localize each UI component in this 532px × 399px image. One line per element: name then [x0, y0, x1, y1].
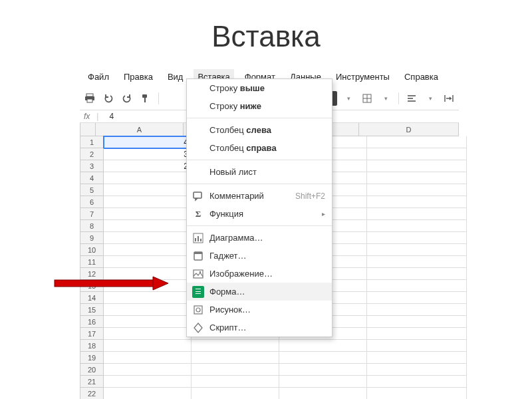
cell[interactable] [104, 280, 192, 292]
row-header[interactable]: 19 [80, 352, 104, 364]
row-header[interactable]: 1 [80, 136, 104, 148]
row-header[interactable]: 11 [80, 256, 104, 268]
wrap-icon[interactable] [442, 91, 456, 106]
paint-format-icon[interactable] [138, 91, 153, 106]
cell[interactable] [104, 196, 192, 208]
row-header[interactable]: 16 [80, 316, 104, 328]
cell[interactable] [367, 340, 467, 352]
cell[interactable] [192, 388, 279, 399]
select-all-cell[interactable] [80, 123, 96, 136]
cell[interactable] [367, 196, 467, 208]
cell[interactable] [367, 256, 467, 268]
cell[interactable] [367, 292, 467, 304]
insert-new-sheet[interactable]: Новый лист [187, 163, 332, 181]
cell[interactable] [367, 316, 467, 328]
cell[interactable] [104, 232, 192, 244]
dropdown-caret-icon[interactable]: ▾ [378, 91, 393, 106]
cell[interactable] [367, 220, 467, 232]
cell[interactable] [279, 340, 367, 352]
align-icon[interactable] [404, 91, 419, 106]
insert-gadget[interactable]: Гаджет… [187, 247, 332, 265]
row-header[interactable]: 7 [80, 208, 104, 220]
formula-input[interactable]: 4 [105, 112, 114, 121]
cell[interactable] [104, 268, 192, 280]
cell[interactable] [104, 328, 192, 340]
cell[interactable] [367, 172, 467, 184]
cell[interactable] [279, 352, 367, 364]
cell[interactable] [104, 208, 192, 220]
menu-tools[interactable]: Инструменты [332, 69, 394, 84]
insert-image[interactable]: Изображение… [187, 265, 332, 283]
cell[interactable] [367, 388, 467, 399]
cell[interactable] [367, 304, 467, 316]
cell[interactable] [367, 352, 467, 364]
insert-form[interactable]: ☰ Форма… [187, 283, 332, 301]
cell[interactable] [104, 256, 192, 268]
cell[interactable] [192, 352, 279, 364]
cell[interactable] [367, 148, 467, 160]
cell[interactable] [367, 280, 467, 292]
cell[interactable] [367, 364, 467, 376]
cell[interactable] [104, 184, 192, 196]
col-header-D[interactable]: D [359, 123, 459, 136]
insert-script[interactable]: Скрипт… [187, 319, 332, 336]
cell[interactable]: 2 [104, 160, 192, 172]
cell[interactable] [104, 292, 192, 304]
cell[interactable] [279, 364, 367, 376]
row-header[interactable]: 13 [80, 280, 104, 292]
cell[interactable] [104, 364, 192, 376]
cell[interactable] [192, 364, 279, 376]
insert-comment[interactable]: Комментарий Shift+F2 [187, 187, 332, 205]
cell[interactable] [279, 388, 367, 399]
cell[interactable]: 3 [104, 148, 192, 160]
row-header[interactable]: 14 [80, 292, 104, 304]
cell[interactable]: 4 [104, 136, 192, 148]
redo-icon[interactable] [120, 91, 134, 106]
insert-function[interactable]: Σ Функция ▸ [187, 205, 332, 223]
cell[interactable] [104, 220, 192, 232]
row-header[interactable]: 2 [80, 148, 104, 160]
cell[interactable] [104, 388, 192, 399]
cell[interactable] [367, 136, 467, 148]
cell[interactable] [367, 376, 467, 388]
insert-row-below[interactable]: Строку ниже [187, 97, 332, 115]
row-header[interactable]: 21 [80, 376, 104, 388]
cell[interactable] [104, 340, 192, 352]
menu-file[interactable]: Файл [84, 69, 113, 84]
menu-view[interactable]: Вид [164, 69, 188, 84]
cell[interactable] [367, 232, 467, 244]
cell[interactable] [104, 304, 192, 316]
dropdown-caret-icon[interactable]: ▾ [341, 91, 356, 106]
insert-row-above[interactable]: Строку выше [187, 79, 332, 97]
dropdown-caret-icon[interactable]: ▾ [423, 91, 438, 106]
borders-icon[interactable] [360, 91, 374, 106]
cell[interactable] [192, 376, 279, 388]
col-header-A[interactable]: A [96, 123, 184, 136]
cell[interactable] [367, 268, 467, 280]
cell[interactable] [192, 340, 279, 352]
cell[interactable] [367, 208, 467, 220]
cell[interactable] [367, 160, 467, 172]
row-header[interactable]: 3 [80, 160, 104, 172]
undo-icon[interactable] [101, 91, 116, 106]
cell[interactable] [104, 172, 192, 184]
cell[interactable] [104, 352, 192, 364]
menu-help[interactable]: Справка [400, 69, 442, 84]
menu-edit[interactable]: Правка [120, 69, 157, 84]
insert-col-left[interactable]: Столбец слева [187, 121, 332, 139]
row-header[interactable]: 8 [80, 220, 104, 232]
row-header[interactable]: 17 [80, 328, 104, 340]
cell[interactable] [367, 244, 467, 256]
row-header[interactable]: 18 [80, 340, 104, 352]
insert-col-right[interactable]: Столбец справа [187, 139, 332, 157]
cell[interactable] [104, 244, 192, 256]
row-header[interactable]: 20 [80, 364, 104, 376]
row-header[interactable]: 22 [80, 388, 104, 399]
row-header[interactable]: 9 [80, 232, 104, 244]
cell[interactable] [104, 376, 192, 388]
print-icon[interactable] [82, 91, 97, 106]
cell[interactable] [104, 316, 192, 328]
cell[interactable] [367, 184, 467, 196]
row-header[interactable]: 12 [80, 268, 104, 280]
insert-drawing[interactable]: Рисунок… [187, 301, 332, 319]
